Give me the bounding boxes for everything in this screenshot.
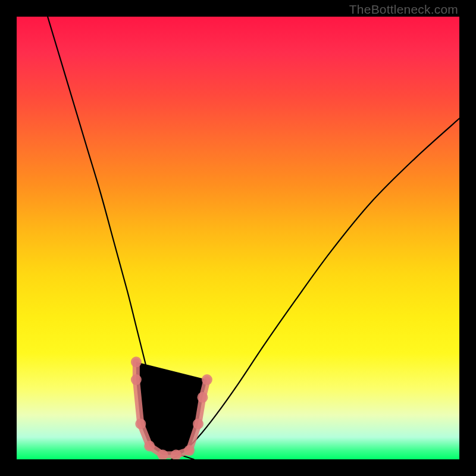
marker-point (193, 418, 203, 429)
marker-connector (136, 362, 207, 455)
chart-canvas: TheBottleneck.com (0, 0, 476, 476)
plot-area (17, 17, 459, 459)
marker-point (131, 374, 142, 385)
curve-layer (17, 17, 459, 459)
right-curve (171, 118, 459, 459)
marker-point (184, 445, 195, 456)
marker-point (202, 374, 212, 385)
marker-point (144, 441, 155, 452)
marker-point (197, 392, 208, 403)
marker-cluster (131, 356, 212, 459)
watermark-text: TheBottleneck.com (349, 2, 458, 17)
marker-point (131, 356, 142, 367)
marker-point (135, 418, 146, 429)
